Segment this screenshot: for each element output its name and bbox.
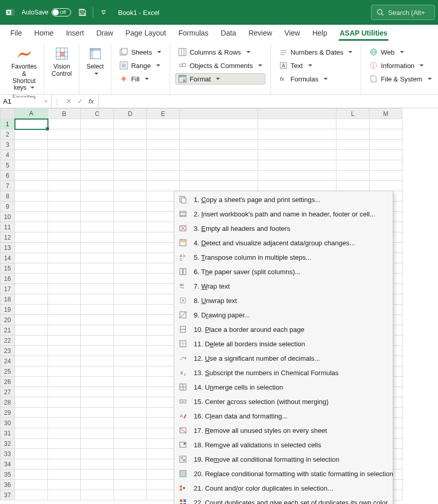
cell[interactable] [114, 335, 147, 346]
enter-button[interactable]: ✓ [75, 97, 85, 105]
row-header[interactable]: 34 [1, 459, 15, 469]
cell[interactable] [81, 449, 114, 459]
cell[interactable] [81, 408, 114, 418]
cell[interactable] [81, 274, 114, 284]
column-header[interactable]: A [15, 109, 48, 119]
cell[interactable] [48, 335, 81, 346]
menu-item-13[interactable]: x213. Subscript the numbers in Chemical … [174, 365, 393, 380]
cell[interactable] [48, 150, 81, 160]
cell[interactable] [15, 366, 48, 377]
menu-item-7[interactable]: ab7. Wrap text [174, 279, 393, 293]
cell[interactable] [15, 428, 48, 439]
cell[interactable] [147, 140, 180, 150]
cell[interactable] [48, 294, 81, 305]
row-header[interactable]: 8 [1, 191, 15, 201]
cell[interactable] [48, 346, 81, 356]
cell[interactable] [114, 366, 147, 377]
row-header[interactable]: 16 [1, 274, 15, 284]
cell[interactable] [81, 253, 114, 263]
cell[interactable] [48, 191, 81, 201]
menu-item-14[interactable]: 14. Unmerge cells in selection [174, 380, 393, 394]
menu-item-8[interactable]: 8. Unwrap text [174, 293, 393, 308]
cell[interactable] [15, 325, 48, 335]
cell[interactable] [114, 459, 147, 469]
cell[interactable] [15, 387, 48, 397]
name-box[interactable] [0, 95, 52, 108]
cancel-button[interactable]: ✕ [63, 97, 74, 105]
tab-asap-utilities[interactable]: ASAP Utilities [333, 26, 394, 40]
cell[interactable] [48, 490, 81, 500]
cell[interactable] [81, 129, 114, 140]
menu-item-20[interactable]: 20. Replace conditional formatting with … [174, 466, 393, 481]
row-header[interactable]: 30 [1, 418, 15, 428]
cell[interactable] [114, 160, 147, 171]
cell[interactable] [258, 160, 336, 171]
menu-item-9[interactable]: 9. Drawing paper... [174, 308, 393, 322]
cell[interactable] [81, 140, 114, 150]
cell[interactable] [48, 140, 81, 150]
cell[interactable] [48, 315, 81, 325]
row-header[interactable]: 35 [1, 469, 15, 480]
select-all-corner[interactable] [1, 109, 15, 119]
cell[interactable] [258, 140, 336, 150]
menu-item-4[interactable]: 4. Detect and visualize adjacent data/gr… [174, 236, 393, 250]
cell[interactable] [114, 315, 147, 325]
menu-item-12[interactable]: 12. Use a significant number of decimals… [174, 351, 393, 365]
information-button[interactable]: iInformation [366, 60, 434, 71]
tab-help[interactable]: Help [306, 26, 333, 40]
file-system-button[interactable]: File & System [366, 73, 434, 85]
row-header[interactable]: 3 [1, 140, 15, 150]
cell[interactable] [81, 243, 114, 253]
cell[interactable] [81, 459, 114, 469]
cell[interactable] [81, 305, 114, 315]
cell[interactable] [81, 212, 114, 222]
cell[interactable] [336, 140, 369, 150]
row-header[interactable]: 9 [1, 201, 15, 212]
row-header[interactable]: 24 [1, 356, 15, 366]
fill-button[interactable]: Fill [116, 73, 164, 85]
cell[interactable] [15, 274, 48, 284]
cell[interactable] [48, 212, 81, 222]
cell[interactable] [48, 366, 81, 377]
cell[interactable] [114, 387, 147, 397]
cell[interactable] [336, 150, 369, 160]
cell[interactable] [15, 284, 48, 294]
autosave-toggle[interactable]: AutoSave Off [22, 8, 71, 16]
cell[interactable] [81, 150, 114, 160]
select-button[interactable]: Select [85, 43, 106, 80]
cell[interactable] [15, 469, 48, 480]
menu-item-3[interactable]: 3. Empty all headers and footers [174, 221, 393, 236]
cell[interactable] [369, 129, 402, 140]
menu-item-15[interactable]: 15. Center across selection (without mer… [174, 394, 393, 409]
cell[interactable] [114, 191, 147, 201]
cell[interactable] [15, 181, 48, 191]
cell[interactable] [15, 408, 48, 418]
cell[interactable] [48, 418, 81, 428]
cell[interactable] [114, 418, 147, 428]
column-header[interactable]: C [81, 109, 114, 119]
cell[interactable] [15, 418, 48, 428]
cell[interactable] [258, 129, 336, 140]
cell[interactable] [48, 232, 81, 243]
cell[interactable] [15, 439, 48, 449]
cell[interactable] [81, 428, 114, 439]
text-button[interactable]: AText [276, 60, 356, 71]
cell[interactable] [114, 119, 147, 129]
cell[interactable] [114, 263, 147, 274]
cell[interactable] [114, 449, 147, 459]
cell[interactable] [81, 263, 114, 274]
cell[interactable] [336, 171, 369, 181]
tab-draw[interactable]: Draw [90, 26, 120, 40]
row-header[interactable]: 5 [1, 160, 15, 171]
row-header[interactable]: 17 [1, 284, 15, 294]
column-header[interactable]: L [336, 109, 369, 119]
cell[interactable] [369, 150, 402, 160]
cell[interactable] [48, 171, 81, 181]
row-header[interactable]: 29 [1, 408, 15, 418]
cell[interactable] [114, 356, 147, 366]
cell[interactable] [81, 171, 114, 181]
cell[interactable] [114, 212, 147, 222]
cell[interactable] [114, 284, 147, 294]
formula-input[interactable] [102, 97, 435, 105]
cell[interactable] [81, 397, 114, 408]
